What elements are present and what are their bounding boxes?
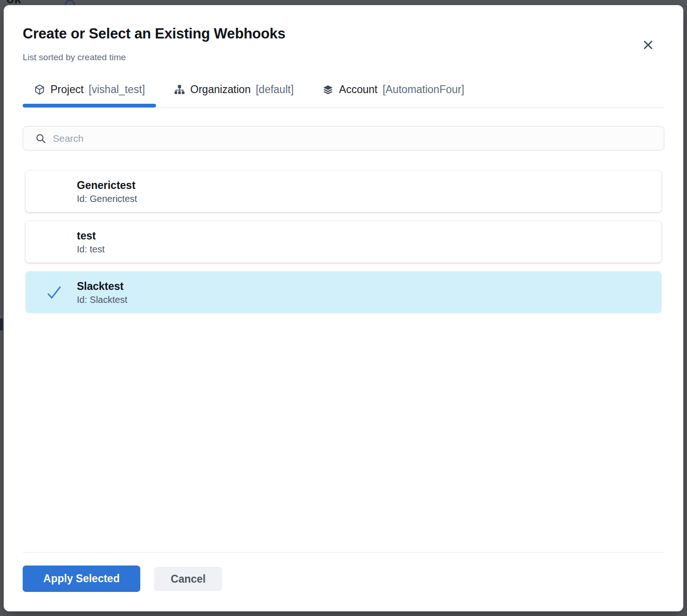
tab-organization[interactable]: Organization [default] <box>162 81 305 107</box>
scope-tabs: Project [vishal_test] Organization [defa… <box>23 81 664 108</box>
list-item-test[interactable]: test Id: test <box>25 221 662 263</box>
tab-organization-scope: [default] <box>256 83 294 96</box>
check-icon <box>46 284 62 301</box>
list-item-slacktest[interactable]: Slacktest Id: Slacktest <box>25 271 662 313</box>
close-icon <box>642 39 654 51</box>
tab-account[interactable]: Account [AutomationFour] <box>311 81 475 107</box>
sitemap-icon <box>174 84 185 95</box>
webhook-name: Generictest <box>77 178 650 192</box>
layers-icon <box>322 84 334 95</box>
webhook-id: Id: Generictest <box>77 192 650 205</box>
cube-icon <box>34 84 45 95</box>
backdrop-page-fragment: ok <box>0 0 687 5</box>
webhook-name: Slacktest <box>77 279 650 293</box>
search-container <box>23 126 664 151</box>
search-icon <box>35 133 46 144</box>
close-button[interactable] <box>639 36 657 54</box>
footer-divider <box>23 552 664 553</box>
search-input[interactable] <box>53 133 656 144</box>
backdrop-button-fragment <box>0 319 3 330</box>
backdrop-help-icon <box>65 0 75 5</box>
list-item-generictest[interactable]: Generictest Id: Generictest <box>25 170 662 212</box>
tab-account-label: Account <box>339 83 377 96</box>
webhook-id: Id: Slacktest <box>77 293 650 306</box>
dialog-subtitle: List sorted by created time <box>23 52 126 63</box>
apply-selected-button[interactable]: Apply Selected <box>23 566 140 592</box>
tab-organization-label: Organization <box>190 83 250 96</box>
tab-project-scope: [vishal_test] <box>89 83 145 96</box>
backdrop-fragment-text: ok <box>6 0 21 5</box>
webhook-list: Generictest Id: Generictest test Id: tes… <box>25 170 662 322</box>
dialog-title: Create or Select an Existing Webhooks <box>23 25 285 42</box>
tab-account-scope: [AutomationFour] <box>382 83 464 96</box>
webhook-select-dialog: Create or Select an Existing Webhooks Li… <box>4 5 683 611</box>
backdrop-divider-fragment <box>0 316 4 317</box>
tab-project[interactable]: Project [vishal_test] <box>23 81 156 107</box>
cancel-button[interactable]: Cancel <box>154 567 222 591</box>
webhook-name: test <box>77 229 650 243</box>
tab-project-label: Project <box>50 83 84 96</box>
webhook-id: Id: test <box>77 243 650 256</box>
